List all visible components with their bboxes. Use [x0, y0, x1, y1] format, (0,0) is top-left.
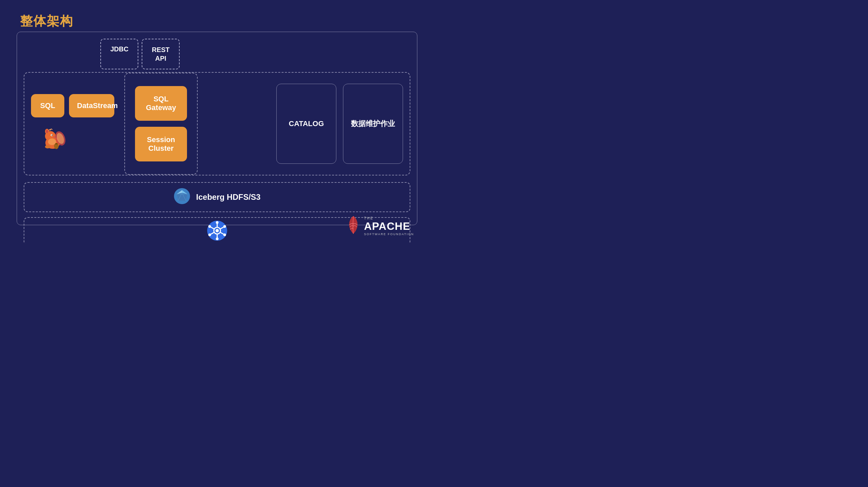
center-group: SQL Gateway Session Cluster [124, 73, 198, 175]
rest-api-box: RESTAPI [142, 39, 179, 69]
svg-point-29 [208, 225, 211, 228]
svg-point-26 [215, 229, 219, 232]
svg-marker-17 [177, 193, 187, 201]
svg-point-31 [223, 225, 226, 228]
svg-point-32 [208, 233, 211, 236]
svg-point-11 [45, 145, 50, 148]
datastream-box: DataStream [69, 94, 114, 117]
svg-point-7 [52, 135, 53, 136]
kubernetes-icon [206, 220, 228, 243]
catalog-box: CATALOG [276, 84, 336, 164]
apache-feather-icon [347, 216, 360, 237]
main-container: JDBC RESTAPI SQL DataStream [17, 32, 417, 225]
svg-point-28 [216, 237, 218, 240]
apache-the-label: THE [364, 217, 414, 220]
svg-point-30 [223, 233, 226, 236]
svg-point-8 [54, 137, 55, 138]
iceberg-icon [173, 188, 191, 207]
jdbc-box: JDBC [100, 39, 138, 69]
svg-point-3 [46, 130, 48, 133]
left-group: SQL DataStream [24, 87, 121, 160]
apache-text-area: THE APACHE SOFTWARE FOUNDATION [364, 217, 414, 236]
iceberg-section: Iceberg HDFS/S3 [24, 182, 410, 212]
right-group: CATALOG 数据维护作业 [276, 73, 410, 175]
top-api-section: JDBC RESTAPI [100, 39, 180, 69]
iceberg-text: Iceberg HDFS/S3 [196, 193, 260, 202]
page-title: 整体架构 [20, 13, 73, 30]
session-cluster-box: Session Cluster [135, 127, 187, 162]
apache-name-label: APACHE [364, 220, 414, 232]
left-boxes-row: SQL DataStream [31, 94, 114, 117]
sql-box: SQL [31, 94, 64, 117]
middle-section: SQL DataStream [24, 72, 410, 175]
data-maintenance-box: 数据维护作业 [343, 84, 403, 164]
svg-point-12 [48, 138, 56, 145]
sql-gateway-box: SQL Gateway [135, 86, 187, 121]
apache-sub-label: SOFTWARE FOUNDATION [364, 232, 414, 236]
svg-point-27 [216, 221, 218, 224]
apache-logo: THE APACHE SOFTWARE FOUNDATION [347, 216, 414, 237]
squirrel-icon [38, 123, 114, 153]
